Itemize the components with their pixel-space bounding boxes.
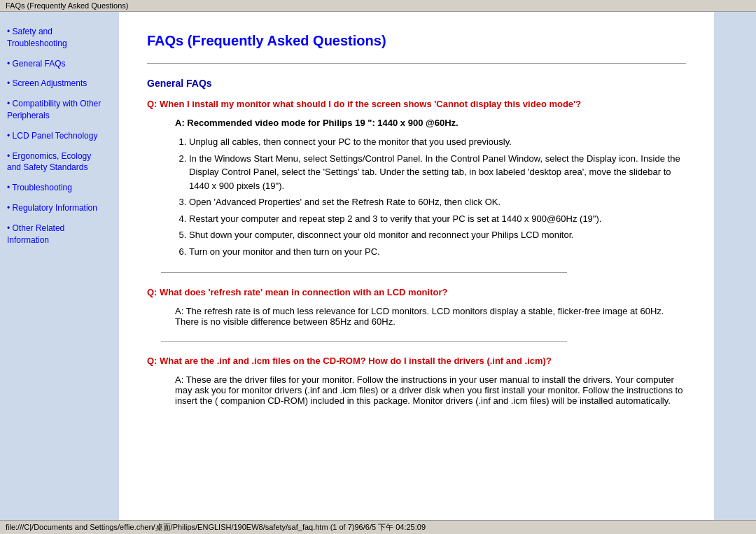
sidebar: • Safety andTroubleshooting • General FA… — [0, 12, 119, 530]
status-bar: file:///C|/Documents and Settings/effie.… — [0, 520, 756, 530]
answer-1: A: Recommended video mode for Philips 19… — [175, 118, 686, 258]
main-content: FAQs (Frequently Asked Questions) Genera… — [119, 12, 714, 530]
title-bar-text: FAQs (Frequently Asked Questions) — [6, 1, 128, 10]
a2-text: A: The refresh rate is of much less rele… — [175, 306, 664, 327]
a1-list: Unplug all cables, then connect your PC … — [189, 135, 686, 258]
title-divider — [147, 63, 686, 64]
q3-text: Q: What are the .inf and .icm files on t… — [147, 356, 552, 366]
sidebar-item-ergonomics[interactable]: • Ergonomics, Ecologyand Safety Standard… — [7, 150, 112, 174]
question-2: Q: What does 'refresh rate' mean in conn… — [147, 287, 686, 297]
sidebar-item-lcd-panel[interactable]: • LCD Panel Technology — [7, 130, 112, 142]
right-sidebar — [714, 12, 756, 530]
status-text: file:///C|/Documents and Settings/effie.… — [6, 523, 426, 530]
list-item: Restart your computer and repeat step 2 … — [189, 212, 686, 226]
answer-2: A: The refresh rate is of much less rele… — [175, 306, 686, 327]
section-divider-2 — [161, 341, 567, 342]
question-1: Q: When I install my monitor what should… — [147, 99, 686, 109]
page-title: FAQs (Frequently Asked Questions) — [147, 33, 686, 49]
list-item: Unplug all cables, then connect your PC … — [189, 135, 686, 149]
list-item: Open 'Advanced Properties' and set the R… — [189, 195, 686, 209]
sidebar-item-other[interactable]: • Other RelatedInformation — [7, 223, 112, 246]
section-divider-1 — [161, 272, 567, 273]
sidebar-item-compatibility[interactable]: • Compatibility with OtherPeripherals — [7, 98, 112, 122]
answer-3: A: These are the driver files for your m… — [175, 374, 686, 406]
list-item: Turn on your monitor and then turn on yo… — [189, 245, 686, 259]
sidebar-item-general-faqs[interactable]: • General FAQs — [7, 58, 112, 70]
title-bar: FAQs (Frequently Asked Questions) — [0, 0, 756, 12]
a1-bold: A: Recommended video mode for Philips 19… — [175, 118, 458, 128]
q2-text: Q: What does 'refresh rate' mean in conn… — [147, 287, 447, 297]
section1-title: General FAQs — [147, 78, 686, 89]
sidebar-item-safety[interactable]: • Safety andTroubleshooting — [7, 26, 112, 50]
a3-text: A: These are the driver files for your m… — [175, 374, 682, 406]
sidebar-item-regulatory[interactable]: • Regulatory Information — [7, 202, 112, 214]
question-3: Q: What are the .inf and .icm files on t… — [147, 356, 686, 366]
list-item: In the Windows Start Menu, select Settin… — [189, 152, 686, 193]
list-item: Shut down your computer, disconnect your… — [189, 228, 686, 242]
sidebar-item-troubleshooting[interactable]: • Troubleshooting — [7, 182, 112, 194]
sidebar-item-screen-adjustments[interactable]: • Screen Adjustments — [7, 78, 112, 90]
q1-text: Q: When I install my monitor what should… — [147, 99, 581, 109]
